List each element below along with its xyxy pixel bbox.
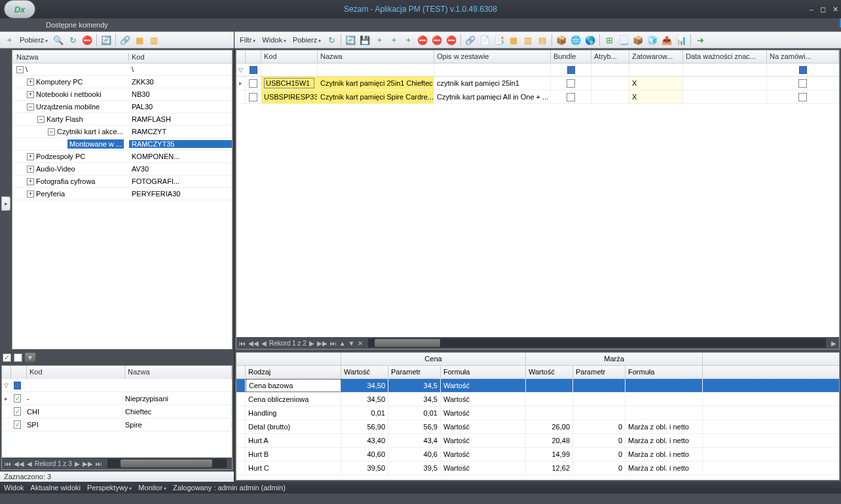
status-persp[interactable]: Perspektywy▾ [87, 484, 132, 492]
prev-icon[interactable]: ◀ [261, 340, 267, 347]
save-icon[interactable]: 💾 [358, 33, 371, 46]
tree-item[interactable]: +Podzespoły PCKOMPONEN... [12, 151, 232, 163]
bundle-checkbox[interactable] [567, 79, 575, 88]
refresh-icon[interactable]: ↻ [325, 33, 338, 46]
price-row[interactable]: Handling 0,01 0,01 Wartość [236, 406, 839, 420]
product-row[interactable]: ▸ Czytnik kart pamięci 25in1 Chieftec cz… [236, 77, 839, 90]
col-zatow[interactable]: Zatowarow... [629, 50, 683, 63]
row-checkbox[interactable] [249, 79, 257, 88]
row-checkbox[interactable]: ✓ [14, 407, 21, 416]
prev-page-icon[interactable]: ◀◀ [14, 460, 24, 467]
tree-root[interactable]: −\ \ [12, 63, 232, 76]
next-icon[interactable]: ▶ [309, 340, 314, 347]
tree-expand-tab[interactable]: ▸ [1, 196, 10, 211]
status-akt[interactable]: Aktualne widoki [31, 484, 81, 492]
prev-page-icon[interactable]: ◀◀ [248, 340, 259, 347]
col-na-zam[interactable]: Na zamówi... [767, 50, 839, 63]
tree-item[interactable]: −Urządzenia mobilnePAL30 [12, 101, 232, 113]
refresh-icon[interactable]: ↻ [66, 33, 79, 46]
grid3-icon[interactable]: ▤ [536, 33, 549, 46]
close-filter-icon[interactable]: ✕ [358, 340, 363, 347]
tree-item[interactable]: +PeryferiaPERYFERIA30 [12, 188, 232, 200]
expander-icon[interactable]: + [27, 190, 34, 198]
manufacturer-row[interactable]: ✓ SPI Spire [2, 418, 232, 431]
globe-icon[interactable]: 🌐 [569, 33, 582, 46]
tree-item[interactable]: +Komputery PCZKK30 [12, 76, 232, 88]
tree2-icon[interactable]: ▥ [147, 33, 160, 46]
sync-icon[interactable]: 🔄 [344, 33, 357, 46]
next-page-icon[interactable]: ▶▶ [317, 340, 327, 347]
col-marza-parametr[interactable]: Parametr [573, 366, 626, 378]
price-row[interactable]: Detal (brutto) 56,90 56,9 Wartość 26,00 … [236, 420, 839, 434]
price-row[interactable]: Hurt B 40,60 40,6 Wartość 14,99 0 Marża … [236, 448, 839, 461]
go-icon[interactable]: ➜ [694, 33, 707, 46]
price-row[interactable]: Hurt A 43,40 43,4 Wartość 20,48 0 Marża … [236, 434, 839, 448]
add2-icon[interactable]: ＋ [387, 33, 400, 46]
filtr-button[interactable]: Filtr▾ [237, 36, 258, 44]
doc-icon[interactable]: 📃 [617, 33, 630, 46]
del2-icon[interactable]: ⛔ [430, 33, 443, 46]
pkg-icon[interactable]: 📦 [631, 33, 645, 46]
down-icon[interactable]: ▼ [348, 340, 355, 347]
col-atryb[interactable]: Atryb... [591, 50, 629, 63]
row-checkbox[interactable]: ✓ [14, 420, 21, 429]
row-checkbox[interactable] [249, 93, 257, 101]
add-icon[interactable]: ＋ [373, 33, 386, 46]
expander-icon[interactable]: − [48, 128, 55, 135]
box-icon[interactable]: 📦 [555, 33, 568, 46]
status-widok[interactable]: Widok [4, 484, 24, 492]
export-icon[interactable]: 📤 [660, 33, 673, 46]
first-icon[interactable]: ⏮ [239, 340, 246, 347]
nazam-checkbox[interactable] [798, 93, 807, 101]
next-page-icon[interactable]: ▶▶ [83, 460, 93, 467]
ribbon-link[interactable]: Dostępne komendy [0, 18, 841, 31]
col-kod[interactable]: Kod [261, 50, 318, 63]
first-icon[interactable]: ⏮ [5, 460, 11, 467]
bundle-checkbox[interactable] [567, 93, 575, 101]
uncheck-all[interactable] [14, 353, 22, 362]
delete-icon[interactable]: ⛔ [81, 33, 94, 46]
expander-icon[interactable]: + [27, 153, 34, 160]
expander-icon[interactable]: + [27, 91, 34, 98]
link-icon[interactable]: 🔗 [119, 33, 132, 46]
price-row[interactable]: Hurt C 39,50 39,5 Wartość 12,62 0 Marża … [236, 461, 839, 475]
price-row[interactable]: ▸ Cena bazowa 34,50 34,5 Wartość [236, 379, 839, 393]
sync-icon[interactable]: 🔄 [100, 33, 113, 46]
status-monitor[interactable]: Monitor▾ [138, 484, 166, 492]
expander-icon[interactable]: − [37, 116, 45, 123]
col-nazwa[interactable]: Nazwa [318, 50, 434, 63]
col-data[interactable]: Data ważności znac... [683, 50, 767, 63]
col-cena-wartosc[interactable]: Wartość [341, 366, 388, 378]
tree-item[interactable]: Montowane w ...RAMCZYT35 [12, 138, 232, 151]
globe2-icon[interactable]: 🌎 [584, 33, 597, 46]
col-rodzaj[interactable]: Rodzaj [246, 366, 341, 378]
filter-icon[interactable]: ▼ [25, 353, 35, 362]
collapse-icon[interactable]: − [16, 66, 24, 73]
tree-item[interactable]: −Czytniki kart i akce...RAMCZYT [12, 126, 232, 138]
up-icon[interactable]: ▲ [339, 340, 346, 347]
grid-icon[interactable]: ▦ [507, 33, 520, 46]
link-icon[interactable]: 🔗 [464, 33, 477, 46]
tree-item[interactable]: −Karty FlashRAMFLASH [12, 113, 232, 126]
tree-col-kod[interactable]: Kod [129, 53, 232, 61]
scroll-right-icon[interactable]: ▶ [831, 340, 836, 347]
pobierz-button-r[interactable]: Pobierz▾ [290, 36, 324, 44]
last-icon[interactable]: ⏭ [330, 340, 337, 347]
add3-icon[interactable]: ＋ [402, 33, 415, 46]
last-icon[interactable]: ⏭ [96, 460, 102, 467]
tree-icon[interactable]: ▦ [133, 33, 146, 46]
widok-button[interactable]: Widok▾ [259, 36, 289, 44]
pkg2-icon[interactable]: 🧊 [646, 33, 659, 46]
tree-col-nazwa[interactable]: Nazwa [12, 53, 129, 61]
csv-icon[interactable]: 📊 [675, 33, 688, 46]
maximize-icon[interactable]: ◻ [820, 5, 826, 14]
col-marza-wartosc[interactable]: Wartość [526, 366, 573, 378]
add-icon[interactable]: ＋ [3, 33, 16, 46]
tree-item[interactable]: +Audio-VideoAV30 [12, 163, 232, 175]
expander-icon[interactable]: + [27, 178, 34, 185]
plus-box-icon[interactable]: ⊞ [603, 33, 616, 46]
price-row[interactable]: Cena obliczeniowa 34,50 34,5 Wartość [236, 393, 839, 406]
close-icon[interactable]: ✕ [832, 5, 838, 14]
col-cena-formula[interactable]: Formuła [441, 366, 526, 378]
nazam-checkbox[interactable] [798, 79, 807, 88]
